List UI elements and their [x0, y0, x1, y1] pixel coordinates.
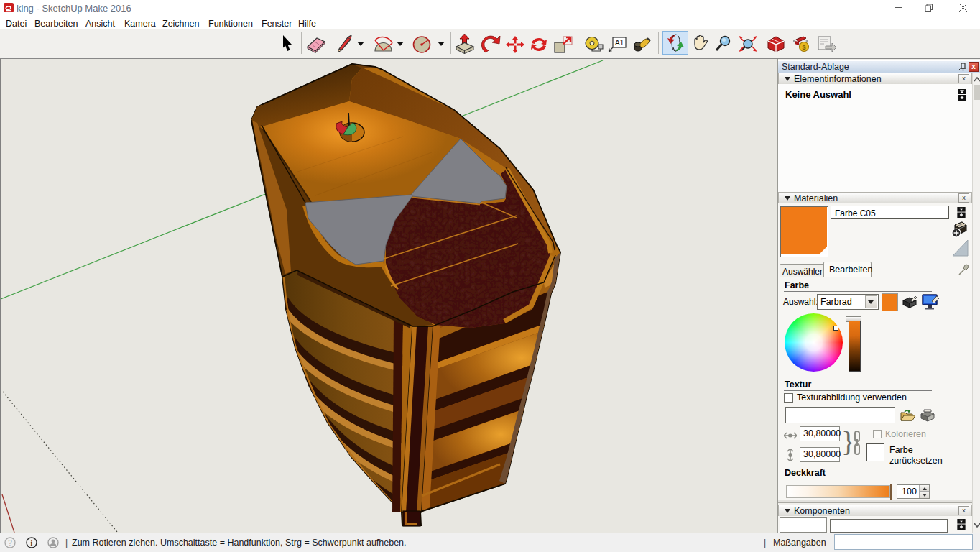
- svg-text:A1: A1: [615, 39, 624, 47]
- svg-text:$: $: [802, 44, 805, 51]
- svg-text:?: ?: [8, 539, 12, 547]
- svg-text:i: i: [31, 539, 33, 547]
